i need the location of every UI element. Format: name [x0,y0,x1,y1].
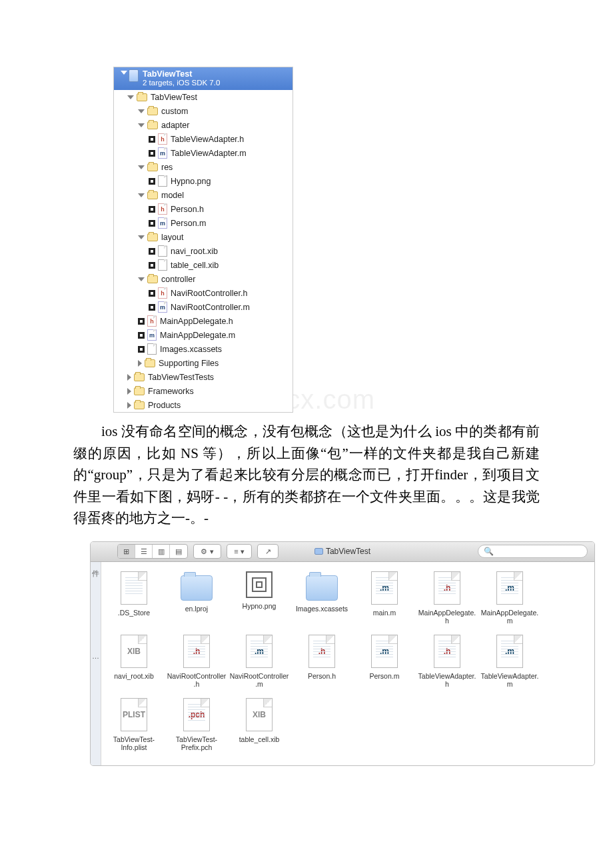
disclosure-triangle-icon[interactable] [127,95,134,99]
finder-icon-grid: .DS_Storeen.lprojHypno.pngImages.xcasset… [101,562,594,765]
xcode-project-header[interactable]: TabViewTest 2 targets, iOS SDK 7.0 [114,67,293,90]
tree-item-label: MainAppDelegate.m [160,331,235,340]
tree-item-label: Person.h [171,205,204,214]
tree-row[interactable]: Products [114,398,293,412]
tree-row[interactable]: mPerson.m [114,216,293,230]
finder-item[interactable]: .hTableViewAdapter.h [416,632,478,695]
tree-row[interactable]: model [114,188,293,202]
finder-search[interactable]: 🔍 [478,545,588,558]
tree-row[interactable]: controller [114,272,293,286]
file-label: MainAppDelegate.m [480,609,540,625]
tree-item-label: MainAppDelegate.h [160,317,233,326]
finder-item[interactable]: PLISTTabViewTest-Info.plist [103,695,165,759]
disclosure-triangle-icon[interactable] [138,165,145,169]
tree-row[interactable]: mNaviRootController.m [114,300,293,314]
view-columns-button[interactable]: ▥ [153,545,170,558]
tree-item-label: Images.xcassets [160,345,222,354]
tree-item-label: layout [161,233,183,242]
view-list-button[interactable]: ☰ [135,545,153,558]
file-label: TabViewTest-Prefix.pch [167,735,227,752]
tree-row[interactable]: layout [114,230,293,244]
h-file-icon: h [158,287,167,299]
finder-item[interactable]: .hPerson.h [291,632,353,695]
tree-row[interactable]: TabViewTestTests [114,370,293,384]
folder-icon [306,575,338,601]
finder-item[interactable]: .pchTabViewTest-Prefix.pch [165,695,228,759]
disclosure-triangle-icon[interactable] [138,360,142,367]
tree-item-label: adapter [161,121,189,130]
tree-item-label: Hypno.png [171,177,211,186]
disclosure-triangle-icon [149,290,155,297]
tree-row[interactable]: hMainAppDelegate.h [114,314,293,328]
finder-item[interactable]: .hNaviRootController.h [165,632,228,695]
article-paragraph: ios 没有命名空间的概念，没有包概念（这也是为什么 ios 中的类都有前缀的原… [73,421,540,529]
disclosure-triangle-icon [149,220,155,227]
tree-item-label: model [161,191,184,200]
tree-row[interactable]: navi_root.xib [114,244,293,258]
finder-item[interactable]: Hypno.png [228,569,291,632]
project-name: TabViewTest [143,69,220,79]
file-label: navi_root.xib [114,672,154,681]
tree-row[interactable]: hTableViewAdapter.h [114,132,293,146]
disclosure-triangle-icon[interactable] [138,109,145,113]
disclosure-triangle-icon [138,332,145,339]
disclosure-triangle-icon[interactable] [121,71,127,75]
finder-item[interactable]: Images.xcassets [291,569,353,632]
finder-item[interactable]: .DS_Store [103,569,165,632]
xcode-tree: TabViewTestcustomadapterhTableViewAdapte… [114,90,293,412]
finder-item[interactable]: .mPerson.m [353,632,416,695]
finder-item[interactable]: .mMainAppDelegate.m [478,569,541,632]
finder-item[interactable]: .hMainAppDelegate.h [416,569,478,632]
finder-item[interactable]: .mmain.m [353,569,416,632]
disclosure-triangle-icon[interactable] [138,123,145,127]
file-label: MainAppDelegate.h [417,609,477,625]
file-label: NaviRootController.m [229,672,289,689]
finder-item[interactable]: en.lproj [165,569,228,632]
tree-row[interactable]: hPerson.h [114,202,293,216]
file-label: TableViewAdapter.m [480,672,540,689]
share-button[interactable]: ↗ [257,544,279,559]
finder-item[interactable]: XIBnavi_root.xib [103,632,165,695]
file-label: TableViewAdapter.h [417,672,477,689]
disclosure-triangle-icon[interactable] [127,388,131,395]
disclosure-triangle-icon[interactable] [127,402,131,409]
tree-row[interactable]: Images.xcassets [114,342,293,356]
disclosure-triangle-icon[interactable] [138,193,145,197]
h-file-icon: h [147,315,157,327]
arrange-button[interactable]: ≡ ▾ [227,544,252,559]
tree-row[interactable]: table_cell.xib [114,258,293,272]
view-icons-button[interactable]: ⊞ [118,545,135,558]
tree-item-label: NaviRootController.h [171,289,247,298]
finder-item[interactable]: .mNaviRootController.m [228,632,291,695]
tree-row[interactable]: res [114,160,293,174]
tree-row[interactable]: Hypno.png [114,174,293,188]
tree-row[interactable]: Supporting Files [114,356,293,370]
m-file-icon: m [147,329,157,341]
search-icon: 🔍 [484,547,494,556]
file-icon [121,571,147,605]
tree-item-label: custom [161,107,188,116]
tree-row[interactable]: custom [114,104,293,118]
h-file-icon: h [158,133,167,145]
file-icon: .h [308,635,335,668]
tree-row[interactable]: adapter [114,118,293,132]
tree-row[interactable]: TabViewTest [114,90,293,104]
action-button[interactable]: ⚙ ▾ [193,544,221,559]
tree-row[interactable]: hNaviRootController.h [114,286,293,300]
finder-item[interactable]: XIBtable_cell.xib [228,695,291,759]
view-coverflow-button[interactable]: ▤ [170,545,187,558]
tree-row[interactable]: Frameworks [114,384,293,398]
xcodeproj-icon [129,69,139,82]
file-icon: XIB [246,698,273,731]
tree-row[interactable]: mMainAppDelegate.m [114,328,293,342]
file-label: .DS_Store [118,609,150,617]
view-mode-buttons[interactable]: ⊞ ☰ ▥ ▤ [117,544,188,559]
disclosure-triangle-icon [149,248,155,255]
tree-row[interactable]: mTableViewAdapter.m [114,146,293,160]
finder-item[interactable]: .mTableViewAdapter.m [478,632,541,695]
disclosure-triangle-icon[interactable] [138,235,145,239]
folder-icon [147,121,158,129]
disclosure-triangle-icon[interactable] [138,277,145,281]
disclosure-triangle-icon[interactable] [127,374,131,381]
disclosure-triangle-icon [138,318,145,325]
